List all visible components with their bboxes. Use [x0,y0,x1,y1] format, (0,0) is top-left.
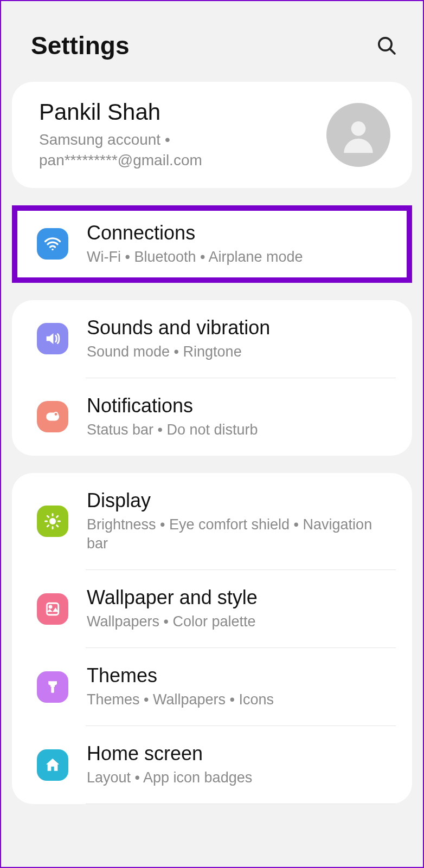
settings-group-sound-notif: Sounds and vibration Sound mode • Ringto… [12,300,412,456]
page-title: Settings [31,31,129,60]
item-sub: Layout • App icon badges [87,768,396,787]
search-button[interactable] [375,34,399,57]
item-sub: Themes • Wallpapers • Icons [87,690,396,709]
settings-item-home-screen[interactable]: Home screen Layout • App icon badges [12,726,412,804]
item-text: Wallpaper and style Wallpapers • Color p… [87,586,396,631]
account-text: Pankil Shah Samsung account • pan*******… [39,99,326,171]
search-icon [376,35,397,56]
item-sub: Wallpapers • Color palette [87,612,396,631]
item-title: Home screen [87,742,396,765]
svg-point-16 [49,606,52,608]
item-title: Themes [87,664,396,687]
item-sub: Status bar • Do not disturb [87,420,396,439]
item-sub: Brightness • Eye comfort shield • Naviga… [87,515,396,553]
home-icon [37,749,68,781]
settings-item-display[interactable]: Display Brightness • Eye comfort shield … [12,473,412,569]
notifications-icon [37,401,68,432]
settings-item-connections[interactable]: Connections Wi-Fi • Bluetooth • Airplane… [12,205,412,283]
svg-point-2 [351,121,366,136]
item-title: Notifications [87,394,396,417]
account-name: Pankil Shah [39,99,316,125]
account-card[interactable]: Pankil Shah Samsung account • pan*******… [12,82,412,188]
settings-header: Settings [1,1,423,82]
account-sub: Samsung account • pan*********@gmail.com [39,129,316,171]
display-icon [37,506,68,537]
svg-line-1 [390,49,395,54]
avatar [326,103,390,167]
item-text: Sounds and vibration Sound mode • Ringto… [87,316,396,361]
settings-item-sounds[interactable]: Sounds and vibration Sound mode • Ringto… [12,300,412,378]
svg-rect-17 [51,687,54,693]
item-title: Sounds and vibration [87,316,396,339]
sound-icon [37,323,68,354]
settings-group-connections: Connections Wi-Fi • Bluetooth • Airplane… [12,205,412,283]
item-title: Display [87,489,396,512]
svg-point-3 [52,249,54,251]
item-text: Connections Wi-Fi • Bluetooth • Airplane… [87,222,396,267]
item-title: Wallpaper and style [87,586,396,609]
person-icon [337,113,380,157]
item-sub: Wi-Fi • Bluetooth • Airplane mode [87,248,396,267]
svg-line-14 [57,516,58,517]
divider [86,804,396,804]
settings-item-themes[interactable]: Themes Themes • Wallpapers • Icons [12,648,412,726]
svg-point-5 [54,412,58,416]
item-title: Connections [87,222,396,244]
item-text: Notifications Status bar • Do not distur… [87,394,396,439]
svg-rect-15 [47,603,58,614]
themes-icon [37,671,68,703]
settings-item-notifications[interactable]: Notifications Status bar • Do not distur… [12,378,412,456]
svg-line-11 [47,516,48,517]
item-text: Themes Themes • Wallpapers • Icons [87,664,396,709]
settings-item-wallpaper[interactable]: Wallpaper and style Wallpapers • Color p… [12,570,412,647]
svg-point-6 [49,518,56,524]
svg-line-13 [47,525,48,526]
wifi-icon [37,228,68,260]
svg-line-12 [57,525,58,526]
item-text: Display Brightness • Eye comfort shield … [87,489,396,553]
settings-group-display: Display Brightness • Eye comfort shield … [12,473,412,804]
item-text: Home screen Layout • App icon badges [87,742,396,787]
item-sub: Sound mode • Ringtone [87,342,396,361]
wallpaper-icon [37,593,68,625]
